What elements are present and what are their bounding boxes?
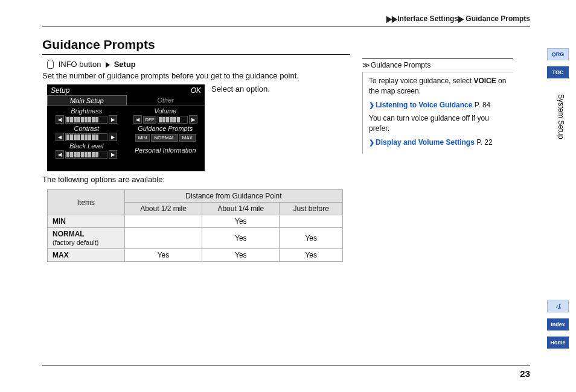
side-p2: You can turn voice guidance off if you p… <box>369 113 511 134</box>
breadcrumb: ▶▶Interface Settings▶ Guidance Prompts <box>386 14 530 23</box>
cell <box>124 215 202 228</box>
page-title: Guidance Prompts <box>42 37 350 55</box>
cell <box>280 215 343 228</box>
ss-brightness-slider: ◀ ▶ <box>48 115 125 124</box>
right-arrow-icon: ▶ <box>109 150 117 159</box>
tab-toc[interactable]: TOC <box>547 66 569 78</box>
nav-setup-label: Setup <box>114 60 136 69</box>
cell: Yes <box>124 249 202 262</box>
left-arrow-icon: ◀ <box>56 115 64 124</box>
link-display-volume[interactable]: Display and Volume Settings <box>376 138 475 147</box>
cell <box>124 228 202 249</box>
info-button-icon <box>47 60 54 69</box>
th-c3: Just before <box>280 203 343 215</box>
breadcrumb-mid: Interface Settings <box>397 14 458 23</box>
link2-page: P. 22 <box>476 138 492 147</box>
section-label: System Setup <box>557 94 565 139</box>
left-arrow-icon: ◀ <box>56 150 64 159</box>
link-arrow-icon: ❯ <box>369 101 374 109</box>
ss-brightness-label: Brightness <box>71 107 102 115</box>
th-items: Items <box>48 190 125 215</box>
th-c1: About 1/2 mile <box>124 203 202 215</box>
side-note-box: ≫Guidance Prompts To replay voice guidan… <box>362 58 513 154</box>
tab-home[interactable]: Home <box>547 337 569 349</box>
cell: Yes <box>280 228 343 249</box>
bottom-divider <box>42 365 530 365</box>
side-p1: To replay voice guidance, select VOICE o… <box>369 76 511 96</box>
top-divider <box>42 27 530 27</box>
ss-volume-label: Volume <box>154 107 176 115</box>
ss-volume-slider: ◀ OFF ▶ <box>127 115 204 124</box>
ss-ok-label: OK <box>191 86 201 95</box>
tab-index[interactable]: Index <box>547 318 569 330</box>
tab-qrg[interactable]: QRG <box>547 48 569 60</box>
side-title: ≫Guidance Prompts <box>362 58 513 72</box>
row-normal-name: NORMAL (factory default) <box>48 228 125 249</box>
nav-path: INFO button ▶ Setup <box>47 58 136 69</box>
cell: Yes <box>202 249 280 262</box>
cell: Yes <box>202 228 280 249</box>
left-arrow-icon: ◀ <box>133 115 142 124</box>
th-distance: Distance from Guidance Point <box>124 190 342 203</box>
side-nav-bottom: ♪ᶋ Index Home <box>547 300 569 349</box>
ss-tab-main: Main Setup <box>47 95 127 106</box>
link1-page: P. 84 <box>475 101 490 109</box>
right-arrow-icon: ▶ <box>109 133 117 141</box>
ss-black-slider: ◀ ▶ <box>48 150 125 159</box>
tab-voice[interactable]: ♪ᶋ <box>547 300 569 312</box>
row-max-name: MAX <box>48 249 125 262</box>
nav-arrow-icon: ▶ <box>106 60 110 69</box>
ss-black-label: Black Level <box>69 142 103 150</box>
left-arrow-icon: ◀ <box>56 133 64 141</box>
row-min-name: MIN <box>48 215 125 228</box>
ss-personal-info: Personal Information <box>127 147 204 154</box>
ss-gp-label: Guidance Prompts <box>138 125 193 132</box>
ss-off-label: OFF <box>143 116 156 124</box>
side-nav-top: QRG TOC <box>547 48 569 78</box>
nav-info-label: INFO button <box>59 60 101 69</box>
ss-setup-label: Setup <box>51 86 69 95</box>
breadcrumb-sep2-icon: ▶ <box>458 14 464 24</box>
breadcrumb-leaf: Guidance Prompts <box>466 14 530 23</box>
intro-text: Set the number of guidance prompts befor… <box>42 71 299 80</box>
ss-contrast-slider: ◀ ▶ <box>48 133 125 141</box>
select-option-text: Select an option. <box>211 84 270 93</box>
link-voice-guidance[interactable]: Listening to Voice Guidance <box>376 101 472 109</box>
cell: Yes <box>202 215 280 228</box>
right-arrow-icon: ▶ <box>189 115 197 124</box>
device-screenshot: Setup OK Main Setup Other Brightness ◀ ▶… <box>47 84 205 171</box>
ss-tab-other: Other <box>127 95 205 106</box>
th-c2: About 1/4 mile <box>202 203 280 215</box>
ss-gp-min: MIN <box>135 134 150 142</box>
page-number: 23 <box>520 368 530 379</box>
guidance-table: Items Distance from Guidance Point About… <box>47 189 343 262</box>
right-arrow-icon: ▶ <box>109 115 117 124</box>
ss-gp-max: MAX <box>179 134 196 142</box>
breadcrumb-sep-icon: ▶▶ <box>386 14 397 24</box>
ss-gp-buttons: MIN NORMAL MAX <box>135 134 196 142</box>
chevrons-icon: ≫ <box>362 61 368 69</box>
available-options-text: The following options are available: <box>42 175 165 184</box>
ss-contrast-label: Contrast <box>74 125 99 132</box>
cell: Yes <box>280 249 343 262</box>
link-arrow-icon: ❯ <box>369 139 374 146</box>
ss-gp-normal: NORMAL <box>151 134 178 142</box>
row-normal-sub: (factory default) <box>53 239 98 246</box>
